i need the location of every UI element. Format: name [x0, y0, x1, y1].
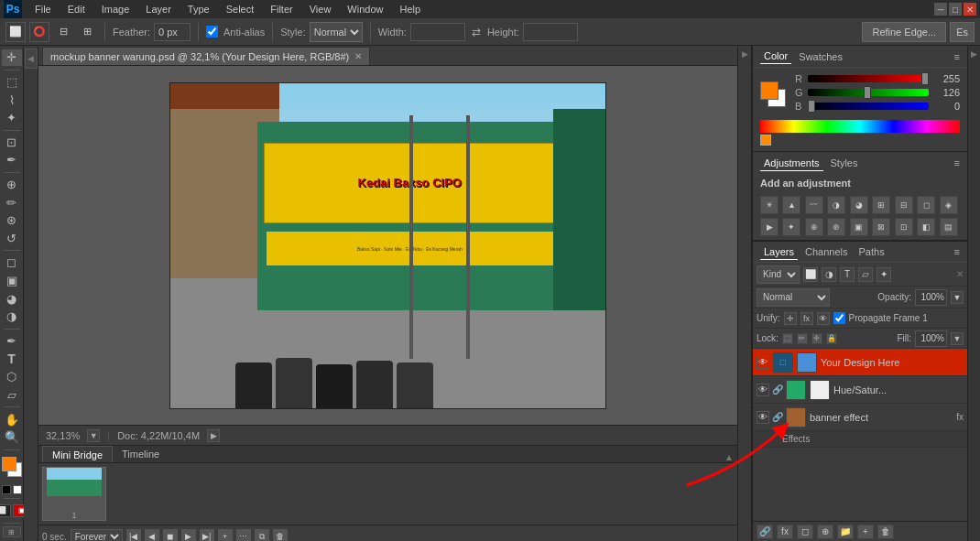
- refine-edge-button[interactable]: Refine Edge...: [862, 22, 946, 42]
- tool-move[interactable]: ✛: [2, 49, 22, 66]
- collapse-strip-btn[interactable]: ◀: [25, 49, 38, 69]
- tool-gradient[interactable]: ▣: [2, 273, 22, 289]
- tab-styles[interactable]: Styles: [827, 156, 862, 170]
- adj-btn-photo-filter[interactable]: ◈: [940, 196, 958, 214]
- tool-shape[interactable]: ▱: [2, 387, 22, 404]
- screen-mode-btn[interactable]: ⊞: [3, 526, 21, 537]
- r-slider-track[interactable]: [808, 75, 929, 82]
- layer-item-banner-effect[interactable]: 👁 🔗 banner effect fx: [753, 404, 967, 431]
- g-slider-track[interactable]: [808, 89, 929, 96]
- tool-selection-col[interactable]: ⊞: [77, 22, 97, 42]
- tool-eyedropper[interactable]: ✒: [2, 152, 22, 168]
- color-gamut-warning[interactable]: [760, 135, 771, 146]
- height-input[interactable]: [523, 23, 578, 41]
- adj-btn-unused1[interactable]: ◧: [917, 218, 935, 236]
- adj-btn-gradient-map[interactable]: ⊠: [872, 218, 890, 236]
- layers-panel-menu-icon[interactable]: ≡: [954, 246, 960, 257]
- zoom-menu-btn[interactable]: ▼: [87, 429, 100, 442]
- foreground-color-swatch[interactable]: [2, 457, 16, 471]
- filter-close-btn[interactable]: ✕: [956, 269, 964, 279]
- document-tab[interactable]: mockup banner warung.psd @ 32,1% (Your D…: [42, 47, 370, 65]
- adj-btn-curves[interactable]: 〰: [805, 196, 823, 214]
- collapse-panels-btn[interactable]: ▶: [740, 48, 750, 60]
- delete-frame-btn[interactable]: 🗑: [273, 529, 288, 541]
- close-button[interactable]: ✕: [964, 3, 976, 16]
- layer-visibility-your-design[interactable]: 👁: [757, 356, 769, 369]
- new-group-btn[interactable]: 📁: [837, 525, 854, 539]
- close-tab-icon[interactable]: ✕: [354, 51, 362, 61]
- menu-window[interactable]: Window: [340, 2, 390, 16]
- propagate-checkbox[interactable]: [833, 312, 845, 324]
- lock-position-btn[interactable]: ✛: [811, 333, 822, 344]
- tool-blur[interactable]: ◕: [2, 290, 22, 307]
- tool-hand[interactable]: ✋: [2, 411, 22, 427]
- adjustments-panel-menu-icon[interactable]: ≡: [954, 157, 960, 168]
- color-spectrum[interactable]: [760, 120, 960, 133]
- add-frame-btn[interactable]: +: [218, 529, 233, 541]
- lock-transparent-btn[interactable]: ⬚: [782, 333, 793, 344]
- filmstrip-frame-1[interactable]: 1: [42, 467, 106, 521]
- minimize-button[interactable]: ─: [934, 3, 947, 16]
- tab-swatches[interactable]: Swatches: [795, 49, 846, 64]
- unify-style-btn[interactable]: fx: [800, 312, 813, 325]
- tool-selection-rect[interactable]: ⬜: [5, 22, 26, 42]
- layer-item-your-design-here[interactable]: 👁 ⬚ Your Design Here: [753, 349, 967, 376]
- style-select[interactable]: Normal: [310, 22, 363, 42]
- filter-pixel-btn[interactable]: ⬜: [803, 267, 818, 282]
- filter-adjust-btn[interactable]: ◑: [822, 267, 836, 282]
- r-slider-thumb[interactable]: [921, 72, 929, 85]
- tool-selection-ellipse[interactable]: ⭕: [29, 22, 49, 42]
- play-back-btn[interactable]: ◀: [145, 529, 159, 541]
- default-colors-icon[interactable]: [2, 485, 11, 494]
- adj-btn-brightness[interactable]: ☀: [760, 196, 779, 214]
- tool-path[interactable]: ⬡: [2, 369, 22, 385]
- adj-btn-levels[interactable]: ▲: [782, 196, 800, 214]
- tween-btn[interactable]: ⋯: [236, 529, 251, 541]
- tool-eraser[interactable]: ◻: [2, 254, 22, 271]
- b-slider-thumb[interactable]: [808, 100, 815, 113]
- lock-all-btn[interactable]: 🔒: [826, 333, 837, 344]
- adj-btn-colorbal[interactable]: ⊟: [895, 196, 913, 214]
- unify-position-btn[interactable]: ✛: [784, 312, 797, 325]
- delete-layer-btn[interactable]: 🗑: [877, 525, 894, 539]
- antialias-checkbox[interactable]: [206, 26, 218, 38]
- b-slider-track[interactable]: [808, 103, 929, 110]
- add-mask-btn[interactable]: ◻: [797, 525, 813, 539]
- menu-view[interactable]: View: [302, 2, 339, 16]
- tool-zoom[interactable]: 🔍: [2, 429, 22, 446]
- tab-timeline[interactable]: Timeline: [113, 446, 169, 462]
- opacity-menu-btn[interactable]: ▼: [951, 291, 964, 304]
- menu-edit[interactable]: Edit: [60, 2, 93, 16]
- doc-info-btn[interactable]: ▶: [207, 429, 220, 442]
- far-right-collapse-btn[interactable]: ▶: [969, 48, 979, 60]
- filter-shape-btn[interactable]: ▱: [858, 267, 873, 282]
- stop-btn[interactable]: ◼: [163, 529, 178, 541]
- duplicate-frame-btn[interactable]: ⧉: [255, 529, 269, 541]
- adj-btn-threshold[interactable]: ▣: [850, 218, 868, 236]
- blend-mode-select[interactable]: Normal: [757, 288, 830, 307]
- maximize-button[interactable]: □: [949, 3, 962, 16]
- layer-kind-select[interactable]: Kind: [757, 265, 800, 284]
- tab-channels[interactable]: Channels: [801, 244, 851, 259]
- tool-dodge[interactable]: ◑: [2, 308, 22, 325]
- standard-mode-btn[interactable]: ⬜: [0, 504, 11, 517]
- tool-lasso[interactable]: ⌇: [2, 92, 22, 108]
- fg-color-preview[interactable]: [760, 81, 779, 100]
- menu-file[interactable]: File: [27, 2, 59, 16]
- tool-text[interactable]: T: [2, 351, 22, 367]
- feather-input[interactable]: [154, 23, 191, 41]
- menu-image[interactable]: Image: [94, 2, 137, 16]
- next-frame-btn[interactable]: ▶|: [200, 529, 214, 541]
- adj-btn-color-lookup[interactable]: ✦: [782, 218, 800, 236]
- fill-menu-btn[interactable]: ▼: [951, 332, 964, 345]
- play-btn[interactable]: ▶: [181, 529, 196, 541]
- adj-btn-exposure[interactable]: ◑: [827, 196, 845, 214]
- tab-color[interactable]: Color: [760, 49, 791, 64]
- swap-colors-icon[interactable]: [13, 485, 22, 494]
- opacity-input[interactable]: [915, 289, 947, 306]
- loop-select[interactable]: Forever: [71, 529, 123, 541]
- tool-selection-row[interactable]: ⊟: [53, 22, 73, 42]
- g-slider-thumb[interactable]: [864, 86, 871, 99]
- link-layers-btn[interactable]: 🔗: [757, 525, 773, 539]
- menu-layer[interactable]: Layer: [138, 2, 179, 16]
